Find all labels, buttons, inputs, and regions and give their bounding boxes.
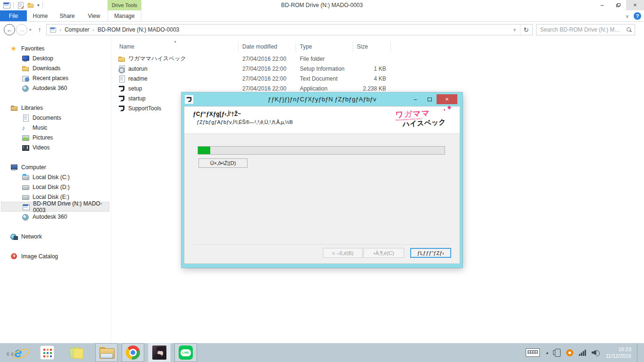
dialog-caption-buttons: – × xyxy=(408,92,460,106)
qat-customize-icon[interactable]: ▾ xyxy=(37,3,40,8)
file-row[interactable]: ワガママハイスペック 27/04/2016 22:00 File folder xyxy=(111,54,644,64)
clock-time: 16:23 xyxy=(606,346,631,353)
file-row[interactable]: autorun 27/04/2016 22:00 Setup Informati… xyxy=(111,64,644,74)
safely-remove-hardware-icon[interactable] xyxy=(555,349,561,357)
ribbon-tabstrip: File Home Share View Manage xyxy=(0,10,644,22)
sidebar-item-recent-places[interactable]: Recent places xyxy=(0,73,111,83)
address-dropdown-icon[interactable]: ∨ xyxy=(510,27,520,32)
column-header-size[interactable]: Size xyxy=(353,41,391,52)
tab-view[interactable]: View xyxy=(81,10,107,21)
sidebar-item-local-disk-d[interactable]: Local Disk (D:) xyxy=(0,182,111,192)
breadcrumb-computer[interactable]: Computer xyxy=(65,26,90,33)
location-icon xyxy=(50,26,56,33)
taskbar-app-grid[interactable] xyxy=(36,343,58,362)
minimize-button[interactable]: – xyxy=(594,0,610,10)
pictures-icon xyxy=(22,134,29,141)
breadcrumb-chevron: › xyxy=(93,27,94,33)
restore-icon xyxy=(616,3,620,7)
taskbar-line[interactable]: LINE xyxy=(174,343,197,362)
restore-button[interactable] xyxy=(610,0,626,10)
sidebar-item-desktop[interactable]: Desktop xyxy=(0,53,111,63)
tab-file[interactable]: File xyxy=(0,10,27,21)
column-header-name[interactable]: Name xyxy=(111,41,239,52)
address-toolbar: ← → ▾ ↑ › Computer › BD-ROM Drive (N:) M… xyxy=(0,22,644,38)
sidebar-item-autodesk-360[interactable]: Autodesk 360 xyxy=(0,83,111,93)
help-icon[interactable]: ? xyxy=(634,12,641,20)
sticky-notes-icon xyxy=(69,346,84,360)
properties-icon[interactable]: ✓ xyxy=(17,1,24,8)
sidebar-item-libraries[interactable]: Libraries xyxy=(0,103,111,113)
network-signal-icon[interactable] xyxy=(579,349,586,356)
chrome-icon xyxy=(126,346,140,360)
dialog-app-icon xyxy=(185,95,193,104)
videos-icon xyxy=(22,144,29,151)
search-icon[interactable] xyxy=(626,27,632,33)
volume-icon[interactable] xyxy=(592,349,600,356)
close-button-dialog: •Â‚¶‚é(C) xyxy=(363,248,404,258)
taskbar-chrome[interactable] xyxy=(122,343,144,362)
clock-date: 11/12/2016 xyxy=(606,353,631,359)
forward-button[interactable]: → xyxy=(16,24,27,35)
navigation-pane: ★Favorites Desktop ↓Downloads Recent pla… xyxy=(0,38,111,343)
sidebar-item-bdrom-drive[interactable]: BD-ROM Drive (N:) MADO-0003 xyxy=(1,202,109,212)
wagamama-highspec-logo: ワガママ WAGAMAMA HIGH SPEC ハイスペック xyxy=(395,108,453,128)
disk-e-icon xyxy=(22,193,29,201)
show-desktop-button[interactable] xyxy=(637,343,640,362)
breadcrumb-current[interactable]: BD-ROM Drive (N:) MADO-0003 xyxy=(98,26,179,33)
antivirus-tray-icon[interactable] xyxy=(566,349,573,356)
sidebar-item-network[interactable]: Network xyxy=(0,231,111,241)
up-button[interactable]: ↑ xyxy=(38,26,41,33)
sidebar-item-local-disk-c[interactable]: Local Disk (C:) xyxy=(0,172,111,182)
sidebar-item-favorites[interactable]: ★Favorites xyxy=(0,43,111,53)
history-dropdown-icon[interactable]: ▾ xyxy=(29,27,32,32)
close-button[interactable]: × xyxy=(626,0,644,10)
taskbar-setup-app[interactable] xyxy=(148,343,171,362)
bdrom-drive-icon xyxy=(22,203,30,211)
application-icon xyxy=(118,85,125,92)
dialog-close-button[interactable]: × xyxy=(437,94,457,104)
sidebar-item-music[interactable]: ♪Music xyxy=(0,123,111,132)
show-details-button[interactable]: Ú×‚ð•\Ž¦(D) xyxy=(198,158,248,168)
dialog-titlebar[interactable]: ƒƒKƒ}ƒ}ƒnƒCƒXƒyƒbƒN ƒZƒbƒgƒAƒbƒv – × xyxy=(184,92,460,106)
hidden-icons-chevron-icon[interactable]: ▲ xyxy=(545,351,549,355)
music-icon: ♪ xyxy=(22,124,29,132)
dialog-maximize-button[interactable] xyxy=(422,94,437,104)
sidebar-item-pictures[interactable]: Pictures xyxy=(0,132,111,142)
ribbon-collapse-icon[interactable]: ∨ xyxy=(626,14,629,19)
search-input[interactable] xyxy=(539,26,626,33)
sidebar-item-videos[interactable]: Videos xyxy=(0,142,111,152)
desktop-icon xyxy=(22,55,29,62)
dialog-footer-separator xyxy=(194,244,450,245)
address-bar[interactable]: › Computer › BD-ROM Drive (N:) MADO-0003… xyxy=(46,24,533,35)
disk-c-icon xyxy=(22,173,29,181)
file-row[interactable]: setup 27/04/2016 22:00 Application 2.238… xyxy=(111,83,644,93)
dialog-minimize-button[interactable]: – xyxy=(408,94,422,104)
explorer-logo-icon[interactable] xyxy=(3,1,10,9)
taskbar-sticky-notes[interactable] xyxy=(65,343,88,362)
column-header-type[interactable]: Type xyxy=(296,41,353,52)
documents-icon xyxy=(22,114,29,122)
breadcrumb-chevron: › xyxy=(60,27,61,33)
cancel-button[interactable]: ƒLƒƒƒ“ƒZƒ‹ xyxy=(410,248,451,258)
touch-keyboard-icon[interactable] xyxy=(526,348,540,357)
refresh-icon[interactable]: ↻ xyxy=(520,25,532,35)
dialog-footer-buttons: < –ß‚é(B) •Â‚¶‚é(C) ƒLƒƒƒ“ƒZƒ‹ xyxy=(323,248,451,258)
new-folder-icon[interactable] xyxy=(27,2,34,8)
application-icon xyxy=(118,105,125,112)
sidebar-item-downloads[interactable]: ↓Downloads xyxy=(0,63,111,73)
status-bar-ghost-text: 6 it xyxy=(7,351,14,357)
desktop-screen: ✓ ▾ BD-ROM Drive (N:) MADO-0003 Drive To… xyxy=(0,0,644,362)
taskbar-file-explorer[interactable] xyxy=(95,343,118,362)
tab-manage[interactable]: Manage xyxy=(107,10,141,21)
file-row[interactable]: readme 27/04/2016 22:00 Text Document 4 … xyxy=(111,74,644,83)
column-header-date[interactable]: Date modified xyxy=(239,41,296,52)
back-button[interactable]: ← xyxy=(4,24,15,35)
tab-home[interactable]: Home xyxy=(27,10,54,21)
sidebar-item-computer[interactable]: Computer xyxy=(0,162,111,172)
sidebar-item-documents[interactable]: Documents xyxy=(0,113,111,123)
taskbar-clock[interactable]: 16:23 11/12/2016 xyxy=(606,346,631,360)
tab-share[interactable]: Share xyxy=(54,10,81,21)
address-bar-controls: ∨ ↻ xyxy=(510,25,532,35)
star-icon: ★ xyxy=(10,45,18,52)
sidebar-item-image-catalog[interactable]: Image Catalog xyxy=(0,251,111,261)
